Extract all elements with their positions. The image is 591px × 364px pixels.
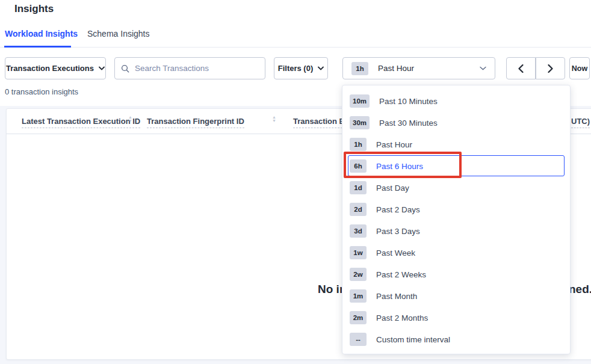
time-option-badge: 1m <box>350 289 367 303</box>
time-option-past-month[interactable]: 1m Past Month <box>342 285 570 307</box>
time-option-past-2-days[interactable]: 2d Past 2 Days <box>342 199 570 220</box>
chevron-down-icon <box>318 66 324 70</box>
sort-icon[interactable]: ▲▼ <box>128 116 132 123</box>
time-option-badge: 6h <box>350 159 367 173</box>
time-option-past-2-months[interactable]: 2m Past 2 Months <box>342 307 570 329</box>
time-option-badge: 30m <box>350 116 370 129</box>
type-selector-label: Transaction Executions <box>6 64 94 73</box>
filters-button[interactable]: Filters (0) <box>274 57 328 79</box>
now-button[interactable]: Now <box>569 57 590 79</box>
time-option-badge: 2m <box>350 311 367 324</box>
time-option-badge: 1h <box>350 138 367 151</box>
next-interval-button[interactable] <box>536 57 565 79</box>
column-header-transaction-execution[interactable]: Transaction Ex <box>293 117 348 126</box>
insights-count: 0 transaction insights <box>5 87 78 96</box>
page-title: Insights <box>14 3 54 15</box>
tab-schema-insights[interactable]: Schema Insights <box>87 29 150 39</box>
chevron-down-icon <box>99 66 105 70</box>
chevron-left-icon <box>518 64 524 73</box>
time-option-label: Past Hour <box>376 140 412 149</box>
time-interval-selector[interactable]: 1h Past Hour <box>342 57 495 79</box>
empty-state-text: ned. <box>569 283 591 296</box>
previous-interval-button[interactable] <box>506 57 536 79</box>
time-option-badge: 3d <box>350 224 367 238</box>
search-input[interactable] <box>135 64 259 73</box>
time-option-badge: 2d <box>350 203 367 216</box>
time-option-label: Custom time interval <box>376 335 450 344</box>
page-header: Insights Workload Insights Schema Insigh… <box>0 0 591 48</box>
time-option-label: Past 2 Months <box>376 313 428 322</box>
time-option-past-10-minutes[interactable]: 10m Past 10 Minutes <box>342 90 570 112</box>
time-option-label: Past Month <box>376 292 417 301</box>
filters-label: Filters (0) <box>278 64 314 73</box>
time-option-past-week[interactable]: 1w Past Week <box>342 242 570 264</box>
time-interval-badge: 1h <box>351 62 368 75</box>
time-option-past-day[interactable]: 1d Past Day <box>342 177 570 199</box>
time-interval-nav <box>506 57 565 79</box>
chevron-right-icon <box>548 64 553 73</box>
time-option-label: Past 30 Minutes <box>379 119 438 128</box>
time-option-badge: 10m <box>350 94 370 108</box>
time-option-badge: 1d <box>350 181 367 194</box>
time-option-past-3-days[interactable]: 3d Past 3 Days <box>342 220 570 242</box>
search-box[interactable] <box>114 57 265 79</box>
time-option-label: Past 3 Days <box>376 227 420 236</box>
time-option-label: Past Week <box>376 248 415 258</box>
time-option-past-30-minutes[interactable]: 30m Past 30 Minutes <box>342 112 570 134</box>
time-option-badge: 2w <box>350 268 367 281</box>
time-option-custom-time-interval[interactable]: -- Custom time interval <box>342 329 570 350</box>
sort-icon[interactable]: ▲▼ <box>272 116 276 123</box>
time-option-label: Past 2 Days <box>376 205 420 214</box>
time-option-past-hour[interactable]: 1h Past Hour <box>342 134 570 155</box>
time-interval-label: Past Hour <box>378 64 414 73</box>
column-header-latest-transaction-execution-id[interactable]: Latest Transaction Execution ID <box>22 117 140 126</box>
tab-workload-insights[interactable]: Workload Insights <box>5 29 78 39</box>
time-option-past-2-weeks[interactable]: 2w Past 2 Weeks <box>342 264 570 285</box>
time-option-badge: 1w <box>350 246 367 259</box>
time-option-label: Past 10 Minutes <box>379 97 438 106</box>
insights-page: Insights Workload Insights Schema Insigh… <box>0 0 591 364</box>
time-option-badge: -- <box>350 333 367 346</box>
column-header-transaction-fingerprint-id[interactable]: Transaction Fingerprint ID <box>147 117 244 126</box>
search-icon <box>121 64 129 73</box>
time-option-past-6-hours[interactable]: 6h Past 6 Hours <box>342 155 570 177</box>
time-option-label: Past Day <box>376 184 409 193</box>
type-selector-button[interactable]: Transaction Executions <box>5 57 106 79</box>
time-interval-dropdown: 10m Past 10 Minutes 30m Past 30 Minutes … <box>342 85 571 354</box>
time-option-label: Past 6 Hours <box>376 162 423 171</box>
time-option-label: Past 2 Weeks <box>376 270 426 279</box>
chevron-down-icon <box>480 66 486 70</box>
column-header-start-time-utc[interactable]: UTC) <box>571 117 590 126</box>
active-tab-underline <box>4 46 71 48</box>
